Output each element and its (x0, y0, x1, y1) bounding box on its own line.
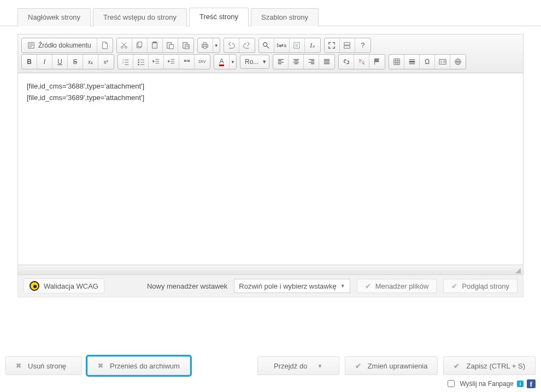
maximize-button[interactable] (325, 38, 340, 52)
indent-button[interactable] (164, 55, 179, 69)
show-blocks-button[interactable] (340, 38, 355, 52)
content-line-2: [file,id_cms='3689',type='attachment'] (27, 92, 514, 104)
svg-rect-13 (204, 43, 207, 45)
cut-button[interactable] (117, 38, 132, 52)
table-button[interactable] (389, 55, 404, 69)
editor-content[interactable]: [file,id_cms='3688',type='attachment'] [… (18, 73, 523, 265)
link-button[interactable] (339, 55, 354, 69)
select-all-button[interactable] (290, 38, 305, 52)
svg-rect-6 (154, 42, 156, 43)
check-icon: ✔ (365, 282, 371, 290)
italic-button[interactable]: I (37, 55, 52, 69)
redo-button[interactable] (239, 38, 255, 52)
svg-point-23 (138, 62, 139, 63)
tabs-row: Nagłówek strony Treść wstępu do strony T… (0, 0, 541, 26)
unlink-icon (358, 58, 366, 66)
file-manager-button[interactable]: ✔ Menadżer plików (357, 279, 437, 293)
text-color-dropdown[interactable]: ▼ (230, 55, 236, 69)
align-right-icon (308, 58, 315, 66)
flag-icon (373, 58, 381, 66)
tab-content[interactable]: Treść strony (189, 8, 249, 26)
goto-dropdown[interactable]: Przejdź do ▼ (257, 356, 339, 375)
blockquote-button[interactable]: ❝❝ (179, 55, 195, 69)
ol-button[interactable]: 12 (118, 55, 133, 69)
ul-button[interactable] (133, 55, 149, 69)
align-justify-button[interactable] (319, 55, 334, 69)
copy-button[interactable] (132, 38, 148, 52)
info-icon[interactable]: i (517, 381, 524, 387)
bold-button[interactable]: B (22, 55, 37, 69)
new-page-button[interactable] (97, 38, 113, 52)
delete-page-button[interactable]: ✖ Usuń stronę (5, 356, 82, 375)
globe-button[interactable] (450, 55, 466, 69)
table-icon (393, 58, 401, 66)
change-permissions-button[interactable]: ✔ Zmień uprawnienia (345, 356, 438, 375)
ol-icon: 12 (122, 58, 130, 66)
paste-button[interactable] (148, 38, 163, 52)
paste-text-button[interactable] (163, 38, 178, 52)
content-line-1: [file,id_cms='3688',type='attachment'] (27, 81, 514, 92)
paste-word-button[interactable]: W (178, 38, 193, 52)
outdent-button[interactable] (149, 55, 164, 69)
text-color-button[interactable]: A (214, 55, 230, 69)
insert-select[interactable]: Rozwiń pole i wybierz wstawkę (234, 279, 350, 293)
svg-text:2: 2 (122, 61, 124, 64)
search-icon (262, 42, 270, 49)
svg-text:W: W (186, 45, 189, 48)
x-icon: ✖ (98, 362, 103, 370)
align-right-button[interactable] (304, 55, 319, 69)
align-left-button[interactable] (273, 55, 289, 69)
wcag-eye-icon (30, 281, 39, 291)
insert-manager-label: Nowy menadżer wstawek (147, 282, 227, 290)
replace-button[interactable]: b⇄a (274, 38, 290, 52)
check-icon: ✔ (454, 362, 460, 370)
svg-point-22 (138, 59, 139, 61)
align-center-button[interactable] (289, 55, 304, 69)
svg-rect-25 (394, 59, 400, 65)
editor-footer-row: Walidacja WCAG Nowy menadżer wstawek Roz… (17, 275, 524, 297)
undo-button[interactable] (224, 38, 239, 52)
unlink-button[interactable] (354, 55, 369, 69)
align-center-icon (292, 58, 300, 66)
align-left-icon (277, 58, 285, 66)
underline-button[interactable]: U (52, 55, 68, 69)
tab-intro[interactable]: Treść wstępu do strony (93, 8, 187, 26)
facebook-icon[interactable]: f (527, 379, 536, 388)
anchor-button[interactable] (369, 55, 385, 69)
outdent-icon (152, 58, 160, 66)
svg-point-1 (121, 46, 124, 49)
find-button[interactable] (259, 38, 274, 52)
maximize-icon (328, 42, 336, 49)
source-icon (27, 42, 35, 49)
div-button[interactable]: DIV (195, 55, 210, 69)
subscript-button[interactable]: x₂ (83, 55, 98, 69)
print-button[interactable] (198, 38, 213, 52)
superscript-button[interactable]: x² (98, 55, 114, 69)
iframe-button[interactable] (435, 55, 450, 69)
paste-text-icon (166, 42, 174, 49)
link-icon (343, 58, 350, 66)
tab-header[interactable]: Nagłówek strony (17, 8, 91, 26)
wcag-validation-badge[interactable]: Walidacja WCAG (23, 278, 104, 294)
special-char-button[interactable]: Ω (420, 55, 435, 69)
x-icon: ✖ (16, 362, 21, 370)
source-button[interactable]: Źródło dokumentu (22, 38, 97, 52)
copy-icon (136, 42, 143, 49)
strike-button[interactable]: S (68, 55, 83, 69)
about-button[interactable]: ? (355, 38, 371, 52)
archive-button[interactable]: ✖ Przenieś do archiwum (87, 356, 190, 375)
save-button[interactable]: ✔ Zapisz (CTRL + S) (443, 356, 536, 375)
styles-dropdown[interactable]: Ro...▼ (240, 55, 269, 69)
remove-format-button[interactable]: Iₓ (305, 38, 320, 52)
print-dropdown[interactable]: ▼ (213, 38, 220, 52)
svg-rect-19 (344, 46, 350, 48)
fanpage-checkbox[interactable] (448, 380, 455, 387)
svg-rect-14 (204, 46, 207, 49)
svg-point-15 (263, 43, 267, 46)
editor-resize-bar[interactable] (18, 265, 523, 274)
page-preview-button[interactable]: ✔ Podgląd strony (443, 279, 518, 293)
tab-template[interactable]: Szablon strony (251, 8, 319, 26)
fanpage-label: Wyślij na Fanpage (460, 380, 514, 388)
hr-button[interactable] (404, 55, 420, 69)
source-label: Źródło dokumentu (38, 42, 91, 49)
